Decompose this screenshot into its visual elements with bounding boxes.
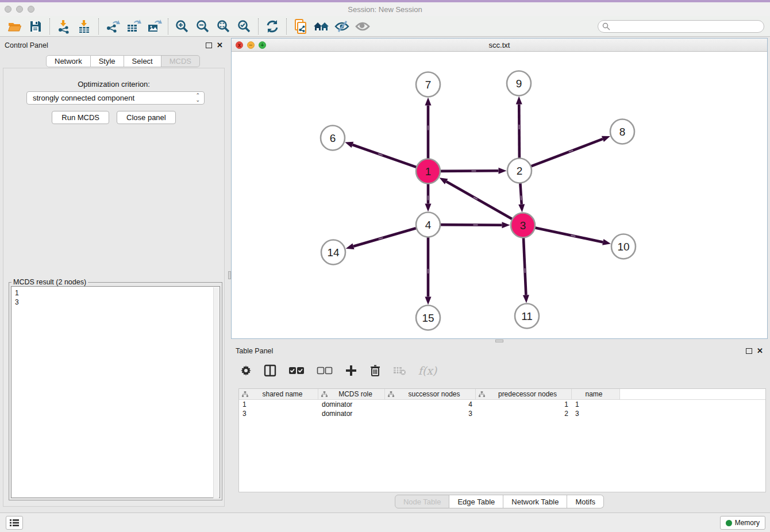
tab-network[interactable]: Network (46, 55, 91, 67)
network-canvas[interactable]: 1234678910111415 (232, 52, 767, 338)
node-label-3: 3 (520, 219, 526, 232)
close-panel-button[interactable]: Close panel (117, 111, 176, 124)
cell-successor-nodes[interactable]: 3 (385, 409, 476, 418)
column-header-shared-name[interactable]: shared name (239, 389, 318, 399)
cell-successor-nodes[interactable]: 4 (385, 400, 476, 409)
export-table-button[interactable] (123, 18, 144, 35)
delete-column-button[interactable] (368, 362, 382, 379)
float-panel-icon[interactable] (746, 348, 752, 354)
edge-4-14[interactable] (353, 228, 417, 246)
show-columns-button[interactable] (263, 362, 278, 379)
memory-button[interactable]: Memory (720, 516, 765, 530)
zoom-fit-icon (216, 19, 231, 34)
toolbar-separator (168, 18, 168, 34)
edge-2-9[interactable] (519, 104, 519, 159)
table-row[interactable]: 1dominator411 (239, 400, 765, 409)
float-panel-icon[interactable] (206, 43, 212, 48)
create-column-button[interactable] (344, 362, 359, 379)
clone-network-button[interactable] (290, 18, 311, 35)
export-image-icon (147, 19, 162, 34)
hierarchy-icon (388, 391, 394, 398)
save-icon (29, 20, 43, 33)
function-builder-button[interactable]: f(x) (418, 362, 437, 379)
edge-label-tick (428, 269, 429, 273)
cell-name[interactable]: 1 (572, 400, 620, 409)
column-header-successor-nodes[interactable]: successor nodes (385, 389, 476, 399)
edge-3-11[interactable] (523, 236, 526, 295)
edge-2-8[interactable] (530, 139, 603, 167)
apply-layout-button[interactable] (262, 18, 283, 35)
unselect-all-columns-button[interactable] (315, 362, 334, 379)
criterion-select[interactable]: strongly connected component ⌃⌄ (26, 91, 205, 105)
export-table-icon (126, 19, 141, 34)
edge-1-6[interactable] (352, 145, 417, 168)
zoom-selected-button[interactable] (234, 18, 255, 35)
edge-label-tick (471, 170, 476, 171)
import-network-button[interactable] (53, 18, 74, 35)
edge-4-3[interactable] (439, 225, 502, 225)
tab-node-table[interactable]: Node Table (395, 495, 450, 508)
open-session-button[interactable] (5, 18, 25, 35)
tab-style[interactable]: Style (91, 55, 124, 67)
table-row[interactable]: 3dominator323 (239, 409, 765, 418)
cell-shared-name[interactable]: 1 (239, 400, 318, 409)
arrowhead-icon (502, 222, 510, 228)
node-label-1: 1 (425, 165, 432, 178)
tab-select[interactable]: Select (124, 55, 161, 67)
task-history-button[interactable] (6, 516, 23, 530)
control-panel-tabs: NetworkStyleSelectMCDS (46, 55, 200, 67)
import-network-icon (56, 19, 71, 34)
cell-predecessor-nodes[interactable]: 2 (476, 409, 572, 418)
column-header-MCDS-role[interactable]: MCDS role (318, 389, 385, 399)
cell-MCDS-role[interactable]: dominator (318, 400, 385, 409)
column-header-predecessor-nodes[interactable]: predecessor nodes (476, 389, 572, 399)
edge-2-3[interactable] (520, 182, 521, 204)
close-panel-icon[interactable]: ✕ (757, 348, 763, 354)
tab-edge-table[interactable]: Edge Table (449, 495, 503, 508)
save-session-button[interactable] (25, 18, 46, 35)
search-icon (602, 22, 610, 30)
node-label-10: 10 (617, 241, 629, 253)
zoom-in-icon (175, 19, 190, 34)
cell-name[interactable]: 3 (572, 409, 620, 418)
cell-predecessor-nodes[interactable]: 1 (476, 400, 572, 409)
show-button[interactable] (352, 18, 373, 35)
delete-table-button[interactable] (392, 362, 408, 379)
export-image-button[interactable] (144, 18, 164, 35)
tab-network-table[interactable]: Network Table (503, 495, 567, 508)
open-folder-icon (7, 20, 22, 33)
hierarchy-icon (242, 391, 248, 398)
result-scrollbar[interactable] (213, 287, 219, 498)
edge-1-2[interactable] (439, 171, 498, 171)
search-input[interactable] (598, 20, 764, 33)
hide-button[interactable] (332, 18, 352, 35)
clone-network-icon (293, 18, 308, 34)
column-label: successor nodes (396, 390, 475, 398)
zoom-in-button[interactable] (172, 18, 192, 35)
mcds-result-text[interactable]: 1 3 (11, 286, 220, 498)
unchecked-boxes-icon (317, 367, 333, 375)
zoom-selected-icon (237, 19, 252, 34)
import-table-button[interactable] (74, 18, 95, 35)
table-settings-button[interactable] (239, 362, 253, 379)
zoom-fit-button[interactable] (213, 18, 234, 35)
arrowhead-icon (498, 168, 506, 174)
column-header-name[interactable]: name (572, 389, 620, 399)
zoom-out-button[interactable] (192, 18, 213, 35)
network-window: x − + scc.txt 1234678910111415 (231, 38, 768, 339)
cell-shared-name[interactable]: 3 (239, 409, 318, 418)
select-all-columns-button[interactable] (287, 362, 306, 379)
close-panel-icon[interactable]: ✕ (217, 43, 223, 48)
run-mcds-button[interactable]: Run MCDS (52, 111, 109, 124)
edge-3-1[interactable] (446, 182, 513, 219)
cell-MCDS-role[interactable]: dominator (318, 409, 385, 418)
network-window-titlebar[interactable]: x − + scc.txt (232, 38, 767, 52)
tab-motifs[interactable]: Motifs (567, 495, 604, 508)
arrowhead-icon (425, 204, 432, 212)
table-header-row: shared nameMCDS rolesuccessor nodesprede… (239, 389, 765, 400)
edge-3-10[interactable] (534, 228, 603, 242)
tab-mcds[interactable]: MCDS (161, 55, 200, 67)
home-button[interactable] (311, 18, 332, 35)
export-network-button[interactable] (102, 18, 123, 35)
node-table[interactable]: shared nameMCDS rolesuccessor nodesprede… (238, 388, 766, 492)
